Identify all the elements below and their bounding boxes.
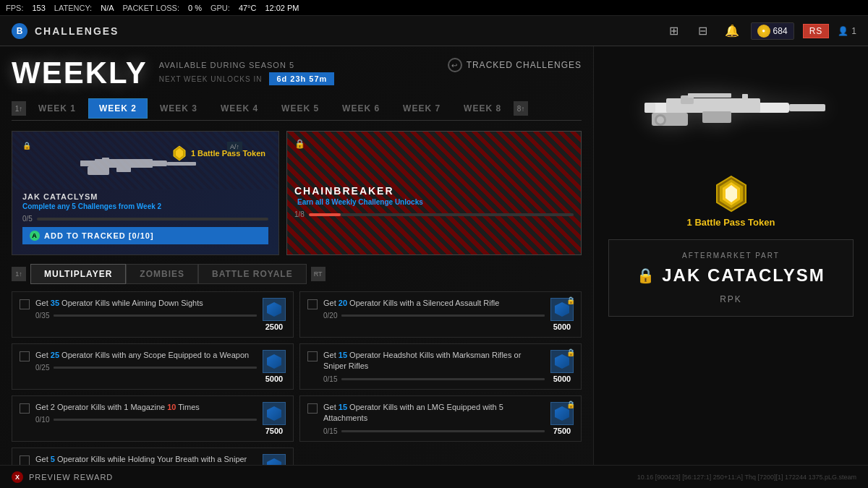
svg-rect-2: [167, 162, 196, 166]
bottom-bar: X PREVIEW REWARD 10.16 [900423] [56:127:…: [0, 465, 868, 488]
aftermarket-label: AFTERMARKET PART: [621, 252, 841, 260]
svg-rect-14: [702, 111, 731, 123]
challenge-desc: Get 20 Operator Kills with a Silenced As…: [323, 298, 545, 309]
lock-icon: 🔒: [566, 401, 575, 408]
weekly-title: WEEKLY: [12, 58, 148, 88]
time-display: 12:02 PM: [265, 4, 299, 12]
tab-zombies[interactable]: ZOMBIES: [126, 264, 198, 284]
challenge-item: Get 15 Operator Kills with an LMG Equipp…: [299, 395, 582, 442]
challenge-desc: Get 25 Operator Kills with any Scope Equ…: [35, 350, 257, 361]
challenge-checkbox[interactable]: [307, 403, 318, 414]
weapon-name: RPK: [621, 294, 841, 304]
right-panel: 1 Battle Pass Token AFTERMARKET PART 🔒 J…: [593, 46, 868, 488]
tab-week7[interactable]: WEEK 7: [392, 98, 451, 119]
challenge-item: Get 20 Operator Kills with a Silenced As…: [299, 291, 582, 338]
unlock-label: NEXT WEEK UNLOCKS IN: [159, 75, 263, 83]
gpu-value: 47°C: [239, 4, 257, 12]
xp-amount: 7500: [265, 427, 283, 435]
lock-icon: 🔒: [566, 296, 575, 304]
battle-pass-token: 1 Battle Pass Token: [171, 145, 265, 162]
currency-amount: 684: [773, 26, 788, 36]
friends-count: 1: [851, 26, 856, 36]
aftermarket-box: AFTERMARKET PART 🔒 JAK CATACLYSM RPK: [608, 239, 854, 317]
svg-rect-10: [666, 98, 760, 113]
tab-week5[interactable]: WEEK 5: [271, 98, 330, 119]
main-content: WEEKLY AVAILABLE DURING SEASON 5 NEXT WE…: [0, 46, 868, 488]
bottom-stats: 10.16 [900423] [56:127:1] 250+11:A] Thq …: [637, 474, 856, 481]
svg-rect-3: [102, 158, 109, 162]
challenge-item: Get 35 Operator Kills while Aiming Down …: [12, 291, 294, 338]
tab-week1[interactable]: WEEK 1: [27, 98, 87, 119]
mode-badge-left: 1↑: [12, 267, 26, 281]
challenge-checkbox[interactable]: [20, 299, 30, 309]
challenge-progress: 0/10: [35, 416, 49, 424]
grid-icon[interactable]: ⊟: [693, 21, 713, 41]
nav-bar: B CHALLENGES ⊞ ⊟ 🔔 ● 684 RS 👤 1: [0, 16, 868, 46]
a-button-icon: A: [30, 231, 40, 241]
chain-lock-icon: 🔒: [294, 139, 574, 149]
challenge-item: Get 15 Operator Headshot Kills with Mark…: [299, 343, 582, 390]
fps-value: 153: [32, 4, 45, 12]
challenge-reward: 5000: [263, 350, 286, 383]
svg-rect-4: [88, 166, 109, 175]
reward-cards: 1 Battle Pass Token 🔒 A/↑ JAK CATACLYSM …: [12, 131, 582, 255]
jak-name-text: JAK CATACLYSM: [662, 265, 825, 286]
challenge-checkbox[interactable]: [307, 299, 318, 309]
tab-week2[interactable]: WEEK 2: [88, 98, 148, 119]
friends-icon: 👤: [838, 26, 848, 36]
challenge-checkbox[interactable]: [20, 455, 30, 466]
challenge-checkbox[interactable]: [20, 351, 30, 361]
bell-icon[interactable]: 🔔: [722, 21, 742, 41]
unlock-timer: 6d 23h 57m: [269, 72, 334, 85]
jak-card: 1 Battle Pass Token 🔒 A/↑ JAK CATACLYSM …: [12, 131, 279, 255]
tracked-challenges-button[interactable]: ↩ TRACKED CHALLENGES: [448, 58, 582, 72]
token-gem-large-icon: [711, 174, 752, 214]
week-badge-left: 1↑: [12, 101, 26, 116]
tab-week8[interactable]: WEEK 8: [453, 98, 512, 119]
jak-highlight: 5: [72, 202, 76, 210]
chain-progress: 1/8: [294, 210, 305, 218]
add-tracked-label: ADD TO TRACKED [0/10]: [44, 231, 154, 240]
jak-card-title: JAK CATACLYSM: [20, 192, 271, 201]
tracked-icon: ↩: [448, 58, 462, 72]
challenge-item: Get 25 Operator Kills with any Scope Equ…: [12, 343, 294, 390]
social-icon[interactable]: ⊞: [664, 21, 684, 41]
tab-week4[interactable]: WEEK 4: [210, 98, 269, 119]
challenge-item: Get 2 Operator Kills with 1 Magazine 10 …: [12, 395, 294, 442]
back-button[interactable]: B: [12, 23, 27, 39]
challenge-reward: 2500: [263, 298, 286, 331]
svg-rect-17: [688, 93, 731, 98]
challenge-progress: 0/15: [323, 375, 337, 383]
xp-amount: 5000: [553, 322, 571, 331]
challenge-progress: 0/35: [35, 312, 49, 320]
svg-rect-11: [789, 104, 825, 111]
challenge-checkbox[interactable]: [307, 351, 318, 361]
challenge-desc: Get 15 Operator Kills with an LMG Equipp…: [323, 402, 545, 424]
left-panel: WEEKLY AVAILABLE DURING SEASON 5 NEXT WE…: [0, 46, 593, 488]
latency-label: LATENCY:: [54, 4, 92, 12]
packet-loss-label: PACKET LOSS:: [123, 4, 179, 12]
gun-display: [608, 61, 854, 162]
tracked-label: TRACKED CHALLENGES: [467, 60, 582, 70]
jak-sub-pre: Complete any: [22, 202, 70, 210]
token-display: 1 Battle Pass Token: [687, 174, 775, 228]
lock-icon: 🔒: [566, 348, 575, 356]
tab-multiplayer[interactable]: MULTIPLAYER: [30, 264, 126, 284]
xp-amount: 2500: [265, 322, 283, 331]
tab-week6[interactable]: WEEK 6: [331, 98, 391, 119]
challenge-progress: 0/25: [35, 364, 49, 372]
available-text: AVAILABLE DURING SEASON 5: [159, 61, 335, 69]
cp-badge: RS: [803, 24, 830, 38]
challenge-checkbox[interactable]: [20, 403, 30, 414]
preview-reward-label[interactable]: PREVIEW REWARD: [29, 473, 113, 481]
tab-week3[interactable]: WEEK 3: [149, 98, 208, 119]
lock-icon-large: 🔒: [637, 267, 656, 284]
add-tracked-button[interactable]: A ADD TO TRACKED [0/10]: [22, 227, 268, 244]
weapon-image: [630, 75, 833, 147]
page-title: CHALLENGES: [35, 25, 119, 37]
svg-rect-5: [116, 165, 131, 172]
weekly-header: WEEKLY AVAILABLE DURING SEASON 5 NEXT WE…: [12, 58, 582, 88]
challenge-desc: Get 2 Operator Kills with 1 Magazine 10 …: [35, 402, 257, 413]
latency-value: N/A: [101, 4, 114, 12]
tab-battle-royale[interactable]: BATTLE ROYALE: [198, 264, 307, 284]
